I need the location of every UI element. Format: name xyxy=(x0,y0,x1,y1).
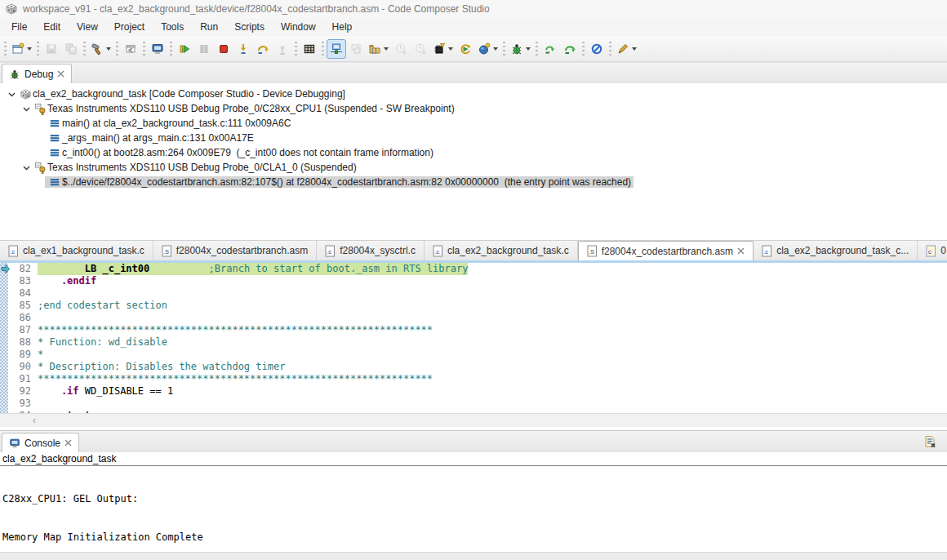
menu-file[interactable]: File xyxy=(3,20,35,34)
new-target-configuration-icon xyxy=(478,42,491,56)
menu-run[interactable]: Run xyxy=(192,20,226,34)
menu-view[interactable]: View xyxy=(69,20,106,34)
asm-step-over-button[interactable] xyxy=(560,39,580,59)
step-return-button[interactable] xyxy=(273,39,292,59)
comment-text: ;end codestart section xyxy=(38,300,167,311)
close-icon[interactable] xyxy=(64,439,72,447)
step-into-button[interactable] xyxy=(233,39,253,59)
new-wizard-button[interactable] xyxy=(9,39,34,59)
editor-tab-cla-ex2-c[interactable]: .c cla_ex2_background_task_c... xyxy=(754,241,918,260)
code-line: 85;end codestart section xyxy=(0,300,947,312)
session-label: cla_ex2_background_task [Code Composer S… xyxy=(33,88,345,100)
tab-label: 0... xyxy=(940,245,947,256)
debug-bug-button[interactable] xyxy=(508,39,533,59)
ccs-window: workspace_v91 - cla_ex2_background_task/… xyxy=(0,0,947,560)
toolbar-grip xyxy=(143,42,145,56)
chevron-down-icon[interactable] xyxy=(5,91,18,98)
reset-cpu-button[interactable] xyxy=(456,39,475,59)
bug-icon xyxy=(9,69,20,80)
console-output[interactable]: C28xx_CPU1: GEL Output: Memory Map Initi… xyxy=(0,466,947,544)
debug-monitor-icon xyxy=(151,42,164,56)
chevron-down-icon[interactable] xyxy=(20,164,33,171)
dropdown-caret-icon xyxy=(526,47,531,51)
debug-tree-row-core-cla1[interactable]: Texas Instruments XDS110 USB Debug Probe… xyxy=(0,160,947,175)
editor-tab-codestart-1[interactable]: .S f28004x_codestartbranch.asm xyxy=(153,241,317,260)
restore-windows-button[interactable] xyxy=(346,39,366,59)
build-hammer-icon xyxy=(91,42,104,56)
code-line: 94 .text xyxy=(0,410,947,413)
halt-button[interactable] xyxy=(587,39,607,59)
code-text: LB _c_int00 xyxy=(38,263,149,274)
keyword-text: .if xyxy=(38,385,79,397)
editor-tab-clipped[interactable]: c 0... xyxy=(918,241,947,260)
step-return-icon xyxy=(276,42,289,56)
toolbar-grip xyxy=(83,42,86,56)
terminate-icon xyxy=(217,42,230,56)
dropdown-caret-icon xyxy=(632,47,637,51)
chevron-down-icon[interactable] xyxy=(20,105,33,113)
terminate-button[interactable] xyxy=(214,39,233,59)
menu-help[interactable]: Help xyxy=(324,20,361,34)
svg-text:.S: .S xyxy=(589,248,594,256)
console-line: Memory Map Initialization Complete xyxy=(2,531,947,544)
debug-tree-row-core-cpu1[interactable]: Texas Instruments XDS110 USB Debug Probe… xyxy=(0,101,947,116)
profile-clock-button[interactable] xyxy=(391,39,411,59)
stack-frame-row-c-int00[interactable]: c_int00() at boot28.asm:264 0x009E79 (_c… xyxy=(0,145,947,160)
code-line: 86 xyxy=(0,312,947,324)
close-icon[interactable] xyxy=(737,247,745,255)
debug-tree-row-session[interactable]: cla_ex2_background_task [Code Composer S… xyxy=(0,87,947,101)
scroll-left-icon[interactable]: ‹ xyxy=(33,416,36,425)
editor-tab-cla-ex2[interactable]: .c cla_ex2_background_task.c xyxy=(425,241,578,260)
stack-frame-row-selected[interactable]: $../device/f28004x_codestartbranch.asm:8… xyxy=(0,175,947,189)
editor-horizontal-scrollbar[interactable]: ‹ xyxy=(0,413,947,427)
code-editor[interactable]: 82 LB _c_int00 ;Branch to start of boot.… xyxy=(0,263,947,413)
comment-text: * Description: Disables the watchdog tim… xyxy=(38,361,285,372)
save-button[interactable] xyxy=(42,39,61,59)
editor-tab-cla-ex1[interactable]: .c cla_ex1_background_task.c xyxy=(0,241,153,260)
menu-tools[interactable]: Tools xyxy=(153,20,192,34)
menu-window[interactable]: Window xyxy=(273,20,324,34)
save-all-button[interactable] xyxy=(61,39,81,59)
new-target-configuration-button[interactable] xyxy=(475,39,500,59)
title-bar: workspace_v91 - cla_ex2_background_task/… xyxy=(0,0,947,18)
connect-target-button[interactable] xyxy=(327,39,346,59)
stack-frame-icon xyxy=(47,147,62,158)
load-program-button[interactable]: { } xyxy=(366,39,391,59)
load-symbols-chip-icon xyxy=(433,42,446,56)
c-file-icon: .c xyxy=(762,245,772,257)
editor-tab-sysctrl[interactable]: .c f28004x_sysctrl.c xyxy=(317,241,425,260)
build-button[interactable] xyxy=(88,39,113,59)
stack-frame-row-main[interactable]: main() at cla_ex2_background_task.c:111 … xyxy=(0,116,947,131)
resume-button[interactable] xyxy=(175,39,194,59)
menu-edit[interactable]: Edit xyxy=(35,20,69,34)
step-over-button[interactable] xyxy=(253,39,273,59)
horizontal-scrollbar[interactable] xyxy=(0,552,947,560)
console-tab[interactable]: Console xyxy=(2,433,79,452)
menu-scripts[interactable]: Scripts xyxy=(226,20,273,34)
profile-clock-2-button[interactable] xyxy=(411,39,430,59)
tab-label: f28004x_codestartbranch.asm xyxy=(602,246,733,257)
selected-frame: $../device/f28004x_codestartbranch.asm:8… xyxy=(45,176,634,188)
asm-step-into-button[interactable] xyxy=(540,39,560,59)
menu-project[interactable]: Project xyxy=(106,20,153,34)
stack-frame-row-args-main[interactable]: _args_main() at args_main.c:131 0x00A17E xyxy=(0,131,947,145)
editor-tab-codestart-active[interactable]: .S f28004x_codestartbranch.asm xyxy=(578,241,754,260)
toolbar-grip xyxy=(536,42,538,56)
flash-tool-button[interactable] xyxy=(614,39,639,59)
load-symbols-chip-button[interactable] xyxy=(430,39,456,59)
skip-all-breakpoints-button[interactable] xyxy=(121,39,140,59)
debug-tab-label: Debug xyxy=(24,69,53,80)
debug-view-tab[interactable]: Debug xyxy=(2,64,72,83)
device-chip-icon xyxy=(33,162,47,174)
debug-monitor-button[interactable] xyxy=(148,39,167,59)
suspend-button[interactable] xyxy=(194,39,214,59)
registers-grid-button[interactable] xyxy=(300,39,319,59)
close-icon[interactable] xyxy=(57,70,64,78)
remove-launch-button[interactable] xyxy=(921,433,939,451)
code-line: 92 .if WD_DISABLE == 1 xyxy=(0,385,947,398)
dropdown-caret-icon xyxy=(27,47,32,51)
stack-frame-icon xyxy=(47,118,62,129)
svg-text:{ }: { } xyxy=(371,47,377,54)
device-chip-icon xyxy=(33,103,47,115)
new-wizard-icon xyxy=(11,42,24,56)
